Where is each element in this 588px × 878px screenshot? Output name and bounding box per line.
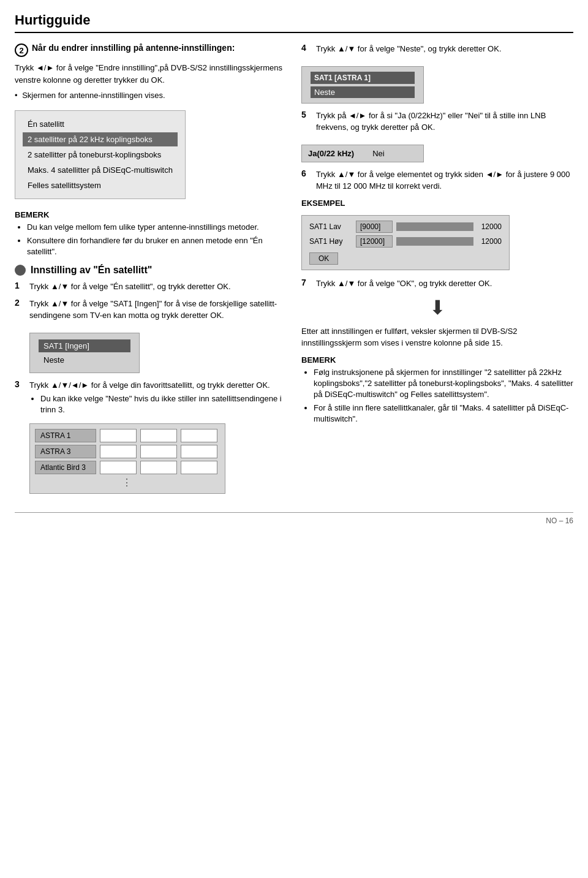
menu-item-3: 2 satellitter på toneburst-koplingsboks: [23, 148, 178, 162]
bemerk-right-item-1: Følg instruksjonene på skjermen for inns…: [314, 367, 573, 401]
step2-screen-item1: SAT1 [Ingen]: [39, 339, 130, 352]
menu-item-1: Én satellitt: [23, 117, 178, 131]
bemerk-box-right: BEMERK Følg instruksjonene på skjermen f…: [301, 355, 573, 425]
section6-text: Trykk ▲/▼ for å velge elementet og trykk…: [316, 168, 573, 192]
ja-nei-box: Ja(0/22 kHz) Nei: [301, 145, 424, 162]
nei-item: Nei: [372, 149, 385, 158]
section4-num: 4: [301, 43, 312, 53]
sat-name-astra1: ASTRA 1: [35, 429, 96, 442]
section7-num: 7: [301, 278, 312, 287]
sat-cell-2-1: [100, 445, 137, 458]
left-column: 2 Når du endrer innstilling på antenne-i…: [15, 43, 287, 500]
step2-num: 2: [15, 298, 26, 308]
step2-content: Trykk ▲/▼ for å velge "SAT1 [Ingen]" for…: [29, 298, 287, 322]
sat-cell-1-1: [100, 429, 137, 442]
example-ok: OK: [309, 250, 502, 265]
step2-screen-item2: Neste: [39, 354, 130, 366]
page-footer: NO – 16: [15, 512, 573, 525]
sat-name-astra3: ASTRA 3: [35, 445, 96, 458]
step1-content: Trykk ▲/▼ for å velge "Én satellitt", og…: [29, 281, 287, 293]
bemerk-title-left: BEMERK: [15, 210, 287, 219]
section6-num: 6: [301, 168, 312, 178]
example-box: SAT1 Lav [9000] 12000 SAT1 Høy [12000] 1…: [301, 215, 510, 270]
section5-text: Trykk på ◄/► for å si "Ja (0/22kHz)" ell…: [316, 110, 573, 134]
section2-intro: Trykk ◄/► for å velge "Endre innstilling…: [15, 62, 287, 86]
sat-cell-3-3: [181, 461, 217, 474]
ex-bar-hoy: [396, 237, 473, 246]
menu-item-4: Maks. 4 satellitter på DiSEqC-multiswitc…: [23, 163, 178, 177]
section5-num: 5: [301, 110, 312, 119]
innstilling-title: Innstilling av "Én satellitt": [15, 265, 287, 276]
page-title: Hurtigguide: [15, 12, 573, 33]
ja-item: Ja(0/22 kHz): [308, 149, 354, 158]
section7-text: Trykk ▲/▼ for å velge "OK", og trykk der…: [316, 278, 573, 290]
section6-row: 6 Trykk ▲/▼ for å velge elementet og try…: [301, 168, 573, 192]
section4-screen-neste: Neste: [311, 86, 415, 98]
sat-list-row-2: ASTRA 3: [35, 445, 220, 458]
ex-label-hoy: SAT1 Høy: [309, 237, 352, 246]
section2-bullet1: • Skjermen for antenne-innstillingen vis…: [15, 89, 287, 102]
arrow-down-icon: ⬇: [301, 296, 573, 319]
step3-row: 3 Trykk ▲/▼/◄/► for å velge din favoritt…: [15, 379, 287, 418]
section7-row: 7 Trykk ▲/▼ for å velge "OK", og trykk d…: [301, 278, 573, 290]
footer-text: NO – 16: [546, 517, 573, 525]
bemerk-item-1: Du kan velge mellom fem ulike typer ante…: [27, 222, 287, 233]
sat-list-dots: ⋮: [35, 477, 220, 488]
section5-row: 5 Trykk på ◄/► for å si "Ja (0/22kHz)" e…: [301, 110, 573, 134]
section2-heading: Når du endrer innstilling på antenne-inn…: [32, 43, 235, 53]
example-label: EKSEMPEL: [301, 197, 573, 210]
example-row-lav: SAT1 Lav [9000] 12000: [309, 221, 502, 233]
bemerk-right-item-2: For å stille inn flere satellittkanaler,…: [314, 403, 573, 425]
ex-val-hoy: [12000]: [356, 235, 393, 248]
bemerk-item-2: Konsultere din forhandlere før du bruker…: [27, 235, 287, 257]
section4-text: Trykk ▲/▼ for å velge "Neste", og trykk …: [316, 43, 573, 55]
sat-cell-1-2: [140, 429, 177, 442]
example-row-hoy: SAT1 Høy [12000] 12000: [309, 235, 502, 248]
sat-cell-2-2: [140, 445, 177, 458]
step1-row: 1 Trykk ▲/▼ for å velge "Én satellitt", …: [15, 281, 287, 293]
step1-num: 1: [15, 281, 26, 290]
ex-num-lav: 12000: [477, 222, 502, 231]
circle-icon: [15, 265, 26, 276]
step3-bullet: Du kan ikke velge "Neste" hvis du ikke s…: [40, 393, 287, 415]
section4-row: 4 Trykk ▲/▼ for å velge "Neste", og tryk…: [301, 43, 573, 55]
satellite-menu: Én satellitt 2 satellitter på 22 kHz kop…: [15, 110, 186, 199]
sat-cell-3-2: [140, 461, 177, 474]
after-section7-text: Etter att innstillingen er fullført, vek…: [301, 325, 573, 349]
sat-name-atlantic: Atlantic Bird 3: [35, 461, 96, 474]
section2-num: 2: [15, 44, 28, 57]
ex-num-hoy: 12000: [477, 237, 502, 246]
ex-bar-lav: [396, 222, 473, 231]
sat-list-row-1: ASTRA 1: [35, 429, 220, 442]
section4-screen: SAT1 [ASTRA 1] Neste: [301, 66, 424, 104]
step2-screen: SAT1 [Ingen] Neste: [29, 333, 140, 373]
menu-item-5: Felles satellittsystem: [23, 178, 178, 192]
ex-label-lav: SAT1 Lav: [309, 222, 352, 231]
sat-cell-1-3: [181, 429, 217, 442]
step2-row: 2 Trykk ▲/▼ for å velge "SAT1 [Ingen]" f…: [15, 298, 287, 322]
sat-list-row-3: Atlantic Bird 3: [35, 461, 220, 474]
right-column: 4 Trykk ▲/▼ for å velge "Neste", og tryk…: [301, 43, 573, 500]
menu-item-2: 2 satellitter på 22 kHz koplingsboks: [23, 132, 178, 146]
step3-num: 3: [15, 379, 26, 389]
sat-list-box: ASTRA 1 ASTRA 3 Atlantic Bird 3: [29, 423, 225, 494]
bemerk-title-right: BEMERK: [301, 355, 573, 365]
bemerk-box-left: BEMERK Du kan velge mellom fem ulike typ…: [15, 210, 287, 258]
section4-screen-header: SAT1 [ASTRA 1]: [311, 72, 415, 84]
sat-cell-3-1: [100, 461, 137, 474]
section2-header: 2 Når du endrer innstilling på antenne-i…: [15, 43, 287, 57]
step3-content: Trykk ▲/▼/◄/► for å velge din favorittsa…: [29, 379, 287, 418]
sat-cell-2-3: [181, 445, 217, 458]
ex-val-lav: [9000]: [356, 221, 393, 233]
